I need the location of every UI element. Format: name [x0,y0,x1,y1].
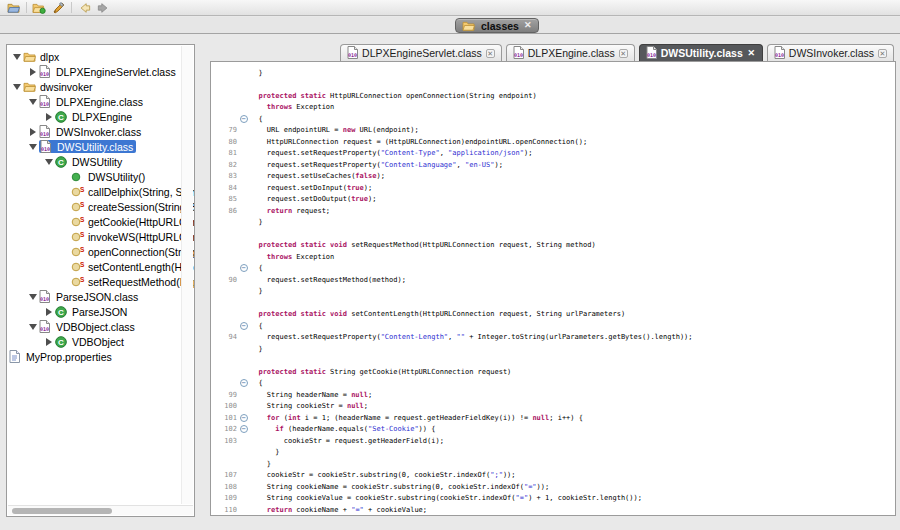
editor-tab-dlpxengineservlet-class[interactable]: 010DLPXEngineServlet.class✕ [340,44,502,61]
code-line: 109 String cookieValue = cookieStr.subst… [211,493,895,505]
tree-item-invokews-httpurlconn[interactable]: SinvokeWS(HttpURLConn [7,229,194,244]
fold-icon[interactable]: − [237,115,250,123]
code-line [211,355,895,367]
close-icon[interactable]: ✕ [524,21,532,30]
tree-item-dwsutility[interactable]: DWSUtility() [7,169,194,184]
tree-horizontal-scrollbar[interactable] [8,505,193,515]
code-line: } [211,447,895,459]
code-line: 107 cookieStr = cookieStr.substring(0, c… [211,470,895,482]
tree-item-dlpxengineservlet-class[interactable]: 010DLPXEngineServlet.class [7,64,194,79]
code-text: { [250,379,263,387]
tree-item-myprop-properties[interactable]: MyProp.properties [7,349,194,364]
close-icon[interactable]: ✕ [878,49,887,58]
tree-vertical-scrollbar-track[interactable] [181,46,193,504]
search-brush-icon[interactable] [50,1,66,15]
tree-scrollbar-thumb[interactable] [12,508,112,514]
fold-icon[interactable]: − [237,425,250,433]
chevron-down-icon[interactable] [26,324,39,330]
tree-item-vdbobject-class[interactable]: 010VDBObject.class [7,319,194,334]
chevron-right-icon[interactable] [42,338,55,346]
code-editor[interactable]: } protected static HttpURLConnection ope… [210,61,896,516]
tree-item-label: createSession(String, St [86,201,194,213]
tree-item-calldelphix-string-strin[interactable]: ScallDelphix(String, Strin [7,184,194,199]
classfile-icon: 010 [39,95,54,108]
tree-item-vdbobject[interactable]: CVDBObject [7,334,194,349]
editor-tab-strip: 010DLPXEngineServlet.class✕010DLPXEngine… [210,44,896,61]
tree-item-dwsinvoker[interactable]: dwsinvoker [7,79,194,94]
close-icon[interactable]: ✕ [486,49,495,58]
code-text: { [250,115,263,123]
fold-icon[interactable]: − [237,264,250,272]
tree-item-label: ParseJSON.class [54,291,138,303]
tree-item-dwsinvoker-class[interactable]: 010DWSInvoker.class [7,124,194,139]
tree-item-openconnection-string[interactable]: SopenConnection(String [7,244,194,259]
fold-icon[interactable]: − [237,379,250,387]
editor-tab-dwsinvoker-class[interactable]: 010DWSInvoker.class✕ [767,44,894,61]
chevron-down-icon[interactable] [10,54,23,60]
code-line: } [211,458,895,470]
fold-icon[interactable]: − [237,322,250,330]
svg-text:010: 010 [514,52,523,58]
chevron-down-icon[interactable] [26,99,39,105]
tree-item-dlpxengine-class[interactable]: 010DLPXEngine.class [7,94,194,109]
main-tab-classes[interactable]: classes ✕ [455,18,539,33]
open-type-icon[interactable] [31,1,47,15]
chevron-down-icon[interactable] [26,144,39,150]
tree-item-label: DWSInvoker.class [54,126,141,138]
main-tab-label: classes [481,20,519,32]
chevron-down-icon[interactable] [10,84,23,90]
tree-item-parsejson-class[interactable]: 010ParseJSON.class [7,289,194,304]
editor-tab-dwsutility-class[interactable]: 010DWSUtility.class✕ [639,44,763,61]
tree-item-dwsutility[interactable]: CDWSUtility [7,154,194,169]
toolbar [0,0,900,16]
chevron-down-icon[interactable] [26,294,39,300]
line-number: 103 [211,437,237,445]
tree-item-setcontentlength-http[interactable]: SsetContentLength(Http [7,259,194,274]
tree-item-label: DLPXEngine [70,111,132,123]
chevron-right-icon[interactable] [42,113,55,121]
tree-item-parsejson[interactable]: CParseJSON [7,304,194,319]
tree-item-label: getCookie(HttpURLCon [86,216,194,228]
code-line: − { [211,263,895,275]
tree-item-label: VDBObject [70,336,124,348]
code-line: protected static void setContentLength(H… [211,309,895,321]
code-line: } [211,217,895,229]
chevron-down-icon[interactable] [42,159,55,165]
close-icon[interactable]: ✕ [619,49,628,58]
svg-text:010: 010 [40,296,49,302]
svg-text:S: S [80,216,85,223]
line-number: 84 [211,184,237,192]
fold-icon[interactable]: − [237,414,250,422]
code-line: 94 request.setRequestProperty("Content-L… [211,332,895,344]
chevron-right-icon[interactable] [26,68,39,76]
open-file-icon[interactable] [5,1,21,15]
ctor-icon [71,172,86,182]
tree-item-getcookie-httpurlcon[interactable]: SgetCookie(HttpURLCon [7,214,194,229]
code-line: 83 request.setUseCaches(false); [211,171,895,183]
tree-item-dlpx[interactable]: dlpx [7,49,194,64]
tree-item-label: DLPXEngineServlet.class [54,66,176,78]
tree-item-label: DLPXEngine.class [54,96,143,108]
tree-item-setrequestmethod-http[interactable]: SsetRequestMethod(Http [7,274,194,289]
tree-item-dlpxengine[interactable]: CDLPXEngine [7,109,194,124]
code-text: request.setRequestMethod(method); [250,276,406,284]
svg-text:S: S [80,186,85,193]
close-icon[interactable]: ✕ [747,49,756,58]
forward-arrow-icon[interactable] [95,1,111,15]
code-line: 101− for (int i = 1; (headerName = reque… [211,412,895,424]
tree-item-dwsutility-class[interactable]: 010DWSUtility.class [7,139,194,154]
line-number: 90 [211,276,237,284]
classfile-icon: 010 [40,140,55,153]
editor-tab-dlpxengine-class[interactable]: 010DLPXEngine.class✕ [506,44,635,61]
back-arrow-icon[interactable] [76,1,92,15]
code-text: } [250,69,263,77]
chevron-right-icon[interactable] [42,308,55,316]
svg-text:010: 010 [348,52,357,58]
code-line: 81 request.setRequestProperty("Content-T… [211,148,895,160]
chevron-right-icon[interactable] [26,128,39,136]
code-text: protected static HttpURLConnection openC… [250,92,537,100]
line-number: 80 [211,138,237,146]
main-tab-bar: classes ✕ [0,17,900,34]
tree-item-createsession-string-st[interactable]: ScreateSession(String, St [7,199,194,214]
code-text: protected static void setRequestMethod(H… [250,241,596,249]
